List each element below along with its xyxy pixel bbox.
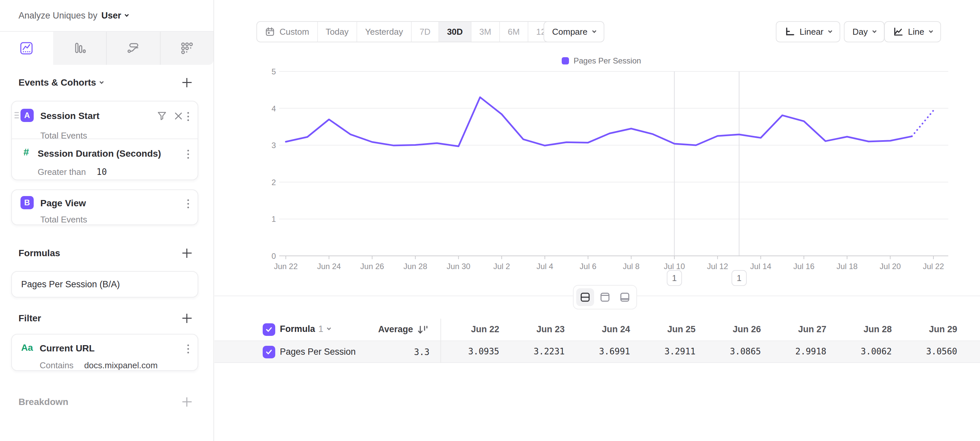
pages-per-session-line-chart[interactable]: 012345Jun 22Jun 24Jun 26Jun 28Jun 30Jul … bbox=[215, 49, 980, 294]
event-a-measure[interactable]: Total Events bbox=[40, 131, 87, 141]
event-b-badge: B bbox=[21, 196, 34, 209]
y-axis-tick-label: 0 bbox=[272, 252, 276, 261]
tab-bar-chart[interactable] bbox=[53, 32, 107, 65]
event-card-page-view[interactable]: B Page View Total Events bbox=[11, 189, 198, 225]
visualization-tabs bbox=[0, 32, 213, 65]
table-frozen-pane-divider bbox=[441, 319, 441, 363]
kebab-menu-icon[interactable] bbox=[186, 111, 190, 122]
split-view-icon bbox=[579, 291, 591, 303]
filter-icon[interactable] bbox=[157, 111, 167, 121]
split-view-toggle[interactable] bbox=[576, 288, 594, 306]
events-cohorts-title[interactable]: Events & Cohorts bbox=[19, 77, 103, 88]
average-column-header[interactable]: Average bbox=[350, 324, 413, 334]
x-axis-tick-label: Jul 2 bbox=[493, 262, 510, 271]
row-checkbox[interactable] bbox=[262, 346, 275, 358]
tab-insights[interactable] bbox=[0, 32, 53, 65]
scale-dropdown[interactable]: Linear bbox=[776, 21, 840, 42]
kebab-menu-icon[interactable] bbox=[186, 148, 190, 160]
insights-report-app: Analyze Uniques by User bbox=[0, 0, 980, 441]
kebab-menu-icon[interactable] bbox=[186, 198, 190, 210]
value-cell: 3.0935 bbox=[441, 341, 506, 362]
table-only-toggle[interactable] bbox=[616, 288, 634, 306]
close-icon[interactable] bbox=[173, 111, 183, 121]
range-3m[interactable]: 3M bbox=[471, 22, 499, 41]
line-chart-icon bbox=[893, 27, 904, 37]
filter-condition[interactable]: Containsdocs.mixpanel.com bbox=[40, 360, 158, 371]
event-a-badge: A bbox=[21, 109, 34, 122]
sort-icon[interactable] bbox=[417, 324, 428, 336]
event-a-title[interactable]: Session Start bbox=[40, 111, 99, 121]
insights-chart-icon bbox=[19, 41, 34, 56]
x-axis-tick-label: Jul 18 bbox=[837, 262, 858, 271]
row-average-value: 3.3 bbox=[367, 347, 430, 357]
event-b-measure[interactable]: Total Events bbox=[40, 215, 87, 225]
chevron-down-icon bbox=[124, 13, 129, 17]
series-line[interactable] bbox=[286, 97, 912, 146]
filter-property-title[interactable]: Current URL bbox=[40, 343, 94, 354]
breakdown-header: Breakdown bbox=[19, 393, 193, 411]
y-axis-tick-label: 3 bbox=[272, 141, 276, 150]
add-event-button[interactable] bbox=[181, 77, 193, 89]
property-title[interactable]: Session Duration (Seconds) bbox=[38, 148, 161, 159]
chevron-down-icon bbox=[929, 29, 933, 33]
checkmark-icon bbox=[265, 348, 273, 357]
condition-value: 10 bbox=[97, 167, 107, 177]
x-axis-tick-label: Jul 22 bbox=[923, 262, 944, 271]
date-column-header: Jun 22 bbox=[441, 319, 506, 341]
x-axis-tick-label: Jun 30 bbox=[447, 262, 471, 271]
date-column-header: Jun 29 bbox=[898, 319, 964, 341]
chart-type-dropdown[interactable]: Line bbox=[884, 21, 941, 42]
range-today[interactable]: Today bbox=[317, 22, 356, 41]
add-breakdown-button[interactable] bbox=[181, 396, 193, 408]
filter-card[interactable]: Aa Current URL Containsdocs.mixpanel.com bbox=[11, 334, 198, 371]
property-condition[interactable]: Greater than10 bbox=[38, 167, 107, 177]
query-builder-sidebar: Analyze Uniques by User bbox=[0, 0, 214, 441]
add-formula-button[interactable] bbox=[181, 247, 193, 259]
range-yesterday[interactable]: Yesterday bbox=[356, 22, 411, 41]
tab-flow[interactable] bbox=[106, 32, 160, 65]
kebab-menu-icon[interactable] bbox=[186, 343, 190, 355]
condition-value: docs.mixpanel.com bbox=[84, 360, 158, 370]
chevron-down-icon bbox=[592, 29, 597, 33]
select-all-checkbox[interactable] bbox=[262, 323, 275, 336]
x-axis-tick-label: Jul 10 bbox=[664, 262, 685, 271]
formula-card[interactable]: Pages Per Session (B/A) bbox=[11, 271, 198, 298]
condition-operator: Contains bbox=[40, 360, 74, 370]
series-line-projected[interactable] bbox=[912, 110, 934, 136]
date-value-cells: 3.09353.22313.69913.29113.08652.99183.00… bbox=[441, 341, 980, 362]
tab-retention[interactable] bbox=[160, 32, 214, 65]
calendar-icon bbox=[265, 27, 275, 37]
filter-title: Filter bbox=[19, 313, 41, 324]
analysis-header: Analyze Uniques by User bbox=[0, 0, 213, 32]
chevron-down-icon bbox=[872, 29, 877, 33]
range-custom[interactable]: Custom bbox=[257, 22, 317, 41]
text-property-icon: Aa bbox=[21, 342, 33, 353]
results-table-row[interactable]: Pages Per Session 3.3 3.09353.22313.6991… bbox=[215, 341, 980, 363]
compare-button[interactable]: Compare bbox=[544, 21, 605, 42]
range-label: Yesterday bbox=[365, 27, 403, 37]
range-7d[interactable]: 7D bbox=[411, 22, 439, 41]
value-cell: 2.9918 bbox=[768, 341, 833, 362]
chart-type-label: Line bbox=[908, 27, 924, 37]
results-table-header: Formula 1 Average Jun 22Jun 23Jun 24Jun … bbox=[215, 319, 980, 341]
event-card-session-start[interactable]: A Session Start Total Events # Session D… bbox=[11, 101, 198, 180]
breakdown-title: Breakdown bbox=[19, 397, 68, 407]
formulas-title: Formulas bbox=[19, 248, 60, 258]
x-axis-tick-label: Jun 28 bbox=[403, 262, 427, 271]
event-b-title[interactable]: Page View bbox=[40, 198, 86, 209]
range-30d[interactable]: 30D bbox=[439, 22, 471, 41]
retention-grid-icon bbox=[180, 41, 194, 56]
value-cell: 3.2231 bbox=[506, 341, 571, 362]
range-6m[interactable]: 6M bbox=[499, 22, 528, 41]
add-filter-button[interactable] bbox=[181, 312, 193, 324]
formula-column-header[interactable]: Formula 1 bbox=[280, 324, 331, 334]
flow-icon bbox=[126, 41, 140, 56]
chart-only-toggle[interactable] bbox=[596, 288, 614, 306]
range-label: Custom bbox=[280, 27, 309, 37]
filter-header: Filter bbox=[19, 309, 193, 328]
analyze-unit-dropdown[interactable]: User bbox=[102, 11, 128, 21]
interval-label: Day bbox=[853, 27, 868, 37]
interval-dropdown[interactable]: Day bbox=[844, 21, 885, 42]
drag-handle-icon[interactable] bbox=[14, 112, 19, 118]
compare-label: Compare bbox=[552, 27, 587, 37]
